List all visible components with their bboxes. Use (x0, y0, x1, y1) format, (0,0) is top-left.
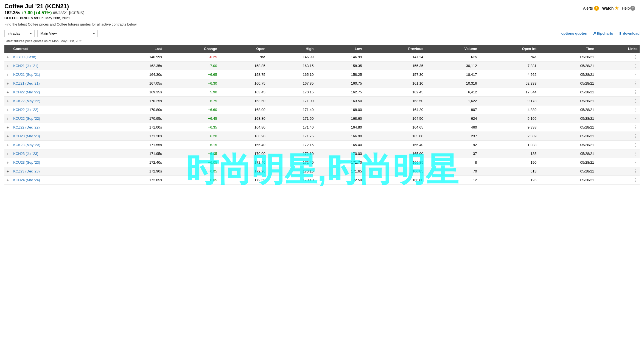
links-cell[interactable]: ⋮ (596, 123, 640, 132)
dots-menu-icon: ⋮ (633, 160, 637, 165)
expand-cell[interactable]: + (4, 158, 11, 167)
contract-cell[interactable]: KCN23 (Jul '23) (11, 149, 110, 158)
volume-cell: 624 (425, 114, 479, 123)
volume-cell: 237 (425, 132, 479, 141)
change-cell: +6.05 (164, 158, 219, 167)
links-cell[interactable]: ⋮ (596, 176, 640, 185)
contract-cell[interactable]: KCY00 (Cash) (11, 53, 110, 62)
watch-star-icon: ★ (615, 5, 618, 11)
flipcharts-link[interactable]: ↗ flipcharts (592, 31, 613, 36)
previous-cell: 165.90 (364, 149, 425, 158)
contract-cell[interactable]: KCU21 (Sep '21) (11, 70, 110, 79)
watch-button[interactable]: Watch ★ (602, 5, 618, 11)
open-int-cell: 4,562 (479, 70, 539, 79)
help-button[interactable]: Help ? (622, 6, 635, 11)
open-cell: 158.75 (219, 70, 268, 79)
open-cell: 166.90 (219, 132, 268, 141)
previous-cell: 166.35 (364, 158, 425, 167)
previous-cell: 161.10 (364, 79, 425, 88)
open-int-cell: 4,889 (479, 105, 539, 114)
links-cell[interactable]: ⋮ (596, 53, 640, 62)
table-row: + KCK23 (May '23) 171.55s +6.15 165.40 1… (4, 141, 640, 149)
expand-cell[interactable]: + (4, 141, 11, 149)
links-cell[interactable]: ⋮ (596, 158, 640, 167)
links-cell[interactable]: ⋮ (596, 62, 640, 70)
links-cell[interactable]: ⋮ (596, 105, 640, 114)
col-header-low: Low (316, 45, 364, 53)
options-quotes-link[interactable]: options quotes (561, 31, 587, 35)
price-value: 162.35s (4, 10, 20, 15)
time-cell: 05/28/21 (539, 149, 596, 158)
expand-cell[interactable]: + (4, 97, 11, 105)
previous-cell: 164.50 (364, 114, 425, 123)
links-cell[interactable]: ⋮ (596, 79, 640, 88)
change-cell: +6.65 (164, 70, 219, 79)
links-cell[interactable]: ⋮ (596, 114, 640, 123)
contract-cell[interactable]: KCZ22 (Dec '22) (11, 123, 110, 132)
expand-cell[interactable]: + (4, 114, 11, 123)
contract-cell[interactable]: KCK22 (May '22) (11, 97, 110, 105)
expand-cell[interactable]: + (4, 62, 11, 70)
expand-cell[interactable]: + (4, 123, 11, 132)
table-row: + KCH24 (Mar '24) 172.85s +6.05 172.55 1… (4, 176, 640, 185)
previous-cell: 157.30 (364, 70, 425, 79)
help-circle-icon: ? (630, 6, 635, 11)
table-row: + KCZ21 (Dec '21) 167.05s +6.30 160.75 1… (4, 79, 640, 88)
expand-cell[interactable]: + (4, 53, 11, 62)
open-int-cell: 52,233 (479, 79, 539, 88)
change-cell: +6.05 (164, 149, 219, 158)
last-cell: 171.00s (110, 123, 164, 132)
download-link[interactable]: ⬇ download (618, 31, 640, 36)
expand-cell[interactable]: + (4, 167, 11, 176)
links-cell[interactable]: ⋮ (596, 88, 640, 97)
contract-cell[interactable]: KCH23 (Mar '23) (11, 132, 110, 141)
timeframe-select[interactable]: Intraday Daily Weekly Monthly (4, 30, 35, 37)
contract-cell[interactable]: KCH22 (Mar '22) (11, 88, 110, 97)
time-cell: 05/28/21 (539, 176, 596, 185)
change-cell: +5.90 (164, 88, 219, 97)
alerts-button[interactable]: Alerts ! (583, 6, 599, 11)
contract-cell[interactable]: KCN21 (Jul '21) (11, 62, 110, 70)
table-header-row: Contract Last Change Open High Low Previ… (4, 45, 640, 53)
price-row: 162.35s +7.00 (+4.51%) 05/28/21 [ICE/US] (4, 10, 640, 15)
expand-cell[interactable]: + (4, 70, 11, 79)
table-row: + KCH22 (Mar '22) 169.35s +5.90 163.45 1… (4, 88, 640, 97)
dots-menu-icon: ⋮ (633, 72, 637, 77)
contract-cell[interactable]: KCZ21 (Dec '21) (11, 79, 110, 88)
contract-cell[interactable]: KCH24 (Mar '24) (11, 176, 110, 185)
expand-cell[interactable]: + (4, 149, 11, 158)
expand-cell[interactable]: + (4, 105, 11, 114)
dots-menu-icon: ⋮ (633, 90, 637, 94)
high-cell: 171.75 (268, 132, 316, 141)
previous-cell: 166.85 (364, 167, 425, 176)
expand-cell[interactable]: + (4, 132, 11, 141)
volume-cell: 12 (425, 176, 479, 185)
view-select[interactable]: Main View Technical View Performance Vie… (37, 30, 98, 37)
contract-cell[interactable]: KCK23 (May '23) (11, 141, 110, 149)
links-cell[interactable]: ⋮ (596, 70, 640, 79)
open-int-cell: 9,173 (479, 97, 539, 105)
expand-cell[interactable]: + (4, 176, 11, 185)
contract-cell[interactable]: KCU22 (Sep '22) (11, 114, 110, 123)
dots-menu-icon: ⋮ (633, 169, 637, 174)
high-cell: 172.40 (268, 158, 316, 167)
links-cell[interactable]: ⋮ (596, 141, 640, 149)
table-row: + KCN23 (Jul '23) 171.95s +6.05 170.00 1… (4, 149, 640, 158)
contract-cell[interactable]: KCN22 (Jul '22) (11, 105, 110, 114)
links-cell[interactable]: ⋮ (596, 149, 640, 158)
last-cell: 164.30s (110, 70, 164, 79)
contract-cell[interactable]: KCU23 (Sep '23) (11, 158, 110, 167)
links-cell[interactable]: ⋮ (596, 167, 640, 176)
links-cell[interactable]: ⋮ (596, 132, 640, 141)
volume-cell: 37 (425, 149, 479, 158)
col-header-volume: Volume (425, 45, 479, 53)
change-cell: +6.20 (164, 132, 219, 141)
open-int-cell: 7,881 (479, 62, 539, 70)
expand-cell[interactable]: + (4, 88, 11, 97)
contract-cell[interactable]: KCZ23 (Dec '23) (11, 167, 110, 176)
previous-cell: 165.40 (364, 141, 425, 149)
volume-cell: 460 (425, 123, 479, 132)
open-cell: 158.85 (219, 62, 268, 70)
links-cell[interactable]: ⋮ (596, 97, 640, 105)
expand-cell[interactable]: + (4, 79, 11, 88)
